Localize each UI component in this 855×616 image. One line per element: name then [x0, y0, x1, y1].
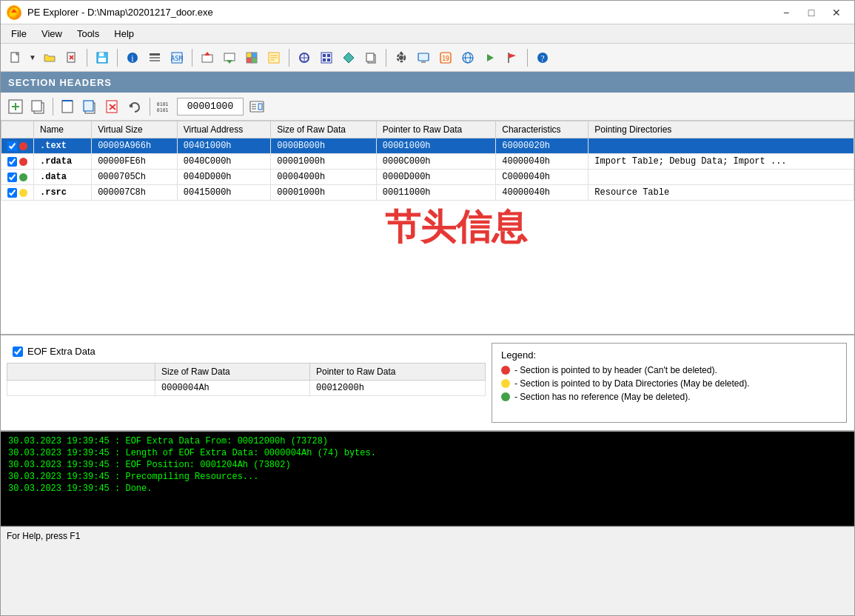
- add-section-button[interactable]: [5, 96, 26, 117]
- section-headers-label: SECTION HEADERS: [8, 77, 112, 88]
- toolbar-separator-6: [527, 49, 528, 67]
- flag-button[interactable]: [502, 47, 523, 68]
- row-name: .rdata: [34, 154, 92, 170]
- table-row[interactable]: .rdata 00000FE6h 0040C000h 00001000h 000…: [1, 154, 854, 170]
- menu-tools[interactable]: Tools: [70, 27, 107, 41]
- status-text: For Help, press F1: [7, 531, 80, 541]
- svg-text:19: 19: [442, 56, 449, 62]
- svg-marker-18: [227, 60, 232, 64]
- import-button[interactable]: [219, 47, 240, 68]
- menu-help[interactable]: Help: [107, 27, 141, 41]
- legend-item-green: - Section has no reference (May be delet…: [501, 392, 837, 402]
- row-checkbox[interactable]: [7, 157, 17, 167]
- svg-rect-71: [258, 104, 262, 110]
- log-area: 30.03.2023 19:39:45 : EOF Extra Data Fro…: [1, 432, 854, 526]
- eof-checkbox[interactable]: [13, 346, 23, 357]
- log-line: 30.03.2023 19:39:45 : Precompiling Resou…: [8, 472, 847, 482]
- row-size-raw: 00004000h: [271, 170, 376, 185]
- menu-bar: File View Tools Help: [1, 24, 854, 44]
- row-checkbox[interactable]: [7, 141, 17, 151]
- svg-rect-60: [84, 101, 93, 111]
- eof-section: EOF Extra Data Size of Raw Data Pointer …: [1, 335, 492, 430]
- close-button[interactable]: ✕: [825, 2, 848, 23]
- row-checkbox[interactable]: [7, 173, 17, 182]
- disassembler-button[interactable]: ASM: [167, 47, 187, 68]
- eof-label: EOF Extra Data: [7, 341, 486, 360]
- log-line: 30.03.2023 19:39:45 : Length of EOF Extr…: [8, 448, 847, 458]
- legend-title: Legend:: [501, 349, 837, 361]
- minimize-button[interactable]: −: [774, 2, 798, 23]
- tools-button3[interactable]: [361, 47, 381, 68]
- edit-section-button[interactable]: [58, 96, 78, 117]
- table-row[interactable]: .rsrc 000007C8h 00415000h 00001000h 0001…: [1, 185, 854, 201]
- row-checkbox-cell[interactable]: [1, 138, 34, 154]
- toolbar-separator-1: [87, 49, 87, 67]
- bottom-panel: EOF Extra Data Size of Raw Data Pointer …: [1, 335, 854, 432]
- app-icon: [7, 5, 21, 20]
- table-row[interactable]: .text 00009A966h 00401000h 0000B000h 000…: [1, 138, 854, 154]
- row-checkbox-cell[interactable]: [1, 154, 34, 170]
- eof-col-empty: [7, 364, 155, 381]
- new-button[interactable]: [5, 47, 26, 68]
- eof-pointer-value: 00012000h: [310, 381, 486, 396]
- dependency-button[interactable]: [294, 47, 315, 68]
- toolbar-separator-3: [192, 49, 192, 67]
- tools-button2[interactable]: [338, 47, 359, 68]
- delete-section-button[interactable]: [102, 96, 123, 117]
- row-characteristics: 40000040h: [496, 154, 589, 170]
- open-button[interactable]: [39, 47, 60, 68]
- hex-toggle-button[interactable]: 01010101: [155, 96, 175, 117]
- maximize-button[interactable]: □: [799, 2, 823, 23]
- counter-button[interactable]: 19: [435, 47, 456, 68]
- col-virtual-size-header: Virtual Size: [92, 121, 178, 138]
- row-name: .rsrc: [34, 185, 92, 201]
- hex-edit-button[interactable]: [245, 96, 269, 117]
- svg-rect-36: [366, 53, 374, 61]
- save-button[interactable]: [92, 47, 113, 68]
- tools-button1[interactable]: [316, 47, 337, 68]
- info-button[interactable]: i: [122, 47, 143, 68]
- row-size-raw: 00001000h: [271, 185, 376, 201]
- new-dropdown[interactable]: ▼: [27, 47, 38, 68]
- close-file-button[interactable]: [61, 47, 82, 68]
- table-row[interactable]: .data 0000705Ch 0040D000h 00004000h 0000…: [1, 170, 854, 185]
- svg-rect-12: [150, 60, 160, 61]
- copy-section-button[interactable]: [27, 96, 48, 117]
- row-virtual-address: 00415000h: [177, 185, 271, 201]
- legend-dot-red: [501, 366, 510, 375]
- gear-button[interactable]: [391, 47, 412, 68]
- arrow-right-button[interactable]: [480, 47, 500, 68]
- col-pointing-dirs-header: Pointing Directories: [589, 121, 854, 138]
- row-pointing-dirs: [589, 170, 854, 185]
- row-size-raw: 0000B000h: [271, 138, 376, 154]
- legend-dot-yellow: [501, 379, 510, 388]
- log-line: 30.03.2023 19:39:45 : Done.: [8, 483, 847, 494]
- menu-file[interactable]: File: [4, 27, 34, 41]
- export-button[interactable]: [197, 47, 218, 68]
- eof-data-row: 0000004Ah 00012000h: [7, 381, 486, 396]
- undo-button[interactable]: [124, 96, 145, 117]
- row-characteristics: 60000020h: [496, 138, 589, 154]
- hex-address-input[interactable]: [177, 98, 244, 116]
- svg-rect-7: [98, 58, 106, 62]
- legend-text-yellow: - Section is pointed to by Data Director…: [514, 378, 749, 389]
- row-checkbox-cell[interactable]: [1, 185, 34, 201]
- row-pointer-raw: 0000D000h: [376, 170, 495, 185]
- svg-rect-21: [247, 58, 252, 63]
- help-button[interactable]: ?: [532, 47, 553, 68]
- editor-button[interactable]: [264, 47, 284, 68]
- resources-button[interactable]: [241, 47, 262, 68]
- row-checkbox[interactable]: [7, 188, 17, 198]
- svg-rect-10: [150, 53, 160, 56]
- eof-col-pointer-header: Pointer to Raw Data: [310, 364, 486, 381]
- world-button[interactable]: [457, 47, 478, 68]
- headers-button[interactable]: [144, 47, 165, 68]
- menu-view[interactable]: View: [34, 27, 70, 41]
- row-checkbox-cell[interactable]: [1, 170, 34, 185]
- copy-name-button[interactable]: [80, 96, 101, 117]
- row-virtual-size: 000007C8h: [92, 185, 178, 201]
- eof-size-value: 0000004Ah: [155, 381, 310, 396]
- monitor-button[interactable]: [413, 47, 434, 68]
- svg-rect-19: [247, 53, 252, 58]
- row-pointer-raw: 00011000h: [376, 185, 495, 201]
